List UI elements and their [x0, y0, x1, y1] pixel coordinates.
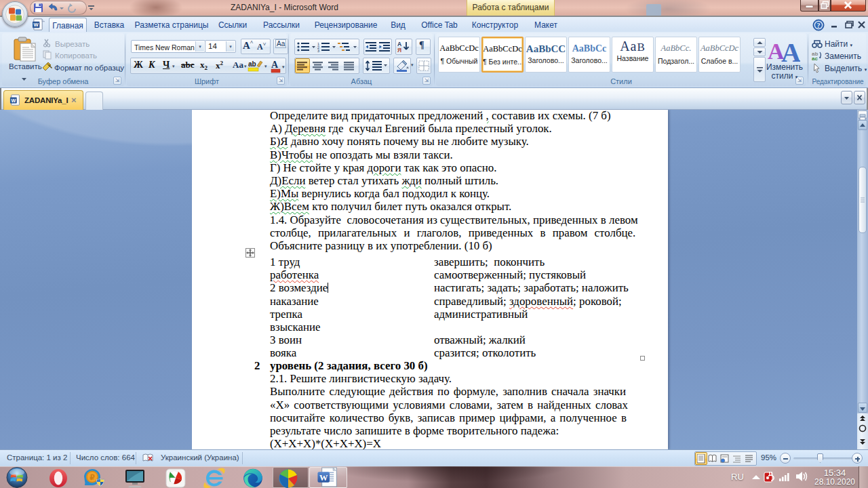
svg-text:3: 3	[317, 49, 319, 53]
svg-text:₽: ₽	[90, 473, 95, 481]
svg-text:А: А	[271, 60, 279, 70]
svg-text:?: ?	[817, 22, 821, 29]
svg-text:ac: ac	[812, 56, 818, 60]
svg-text:A: A	[781, 37, 800, 63]
svg-text:ab: ab	[248, 60, 256, 68]
svg-text:Я: Я	[397, 47, 401, 53]
svg-text:W: W	[34, 22, 39, 28]
svg-text:W: W	[319, 473, 328, 483]
svg-text:W: W	[11, 98, 16, 104]
svg-text:▾: ▾	[282, 64, 285, 69]
